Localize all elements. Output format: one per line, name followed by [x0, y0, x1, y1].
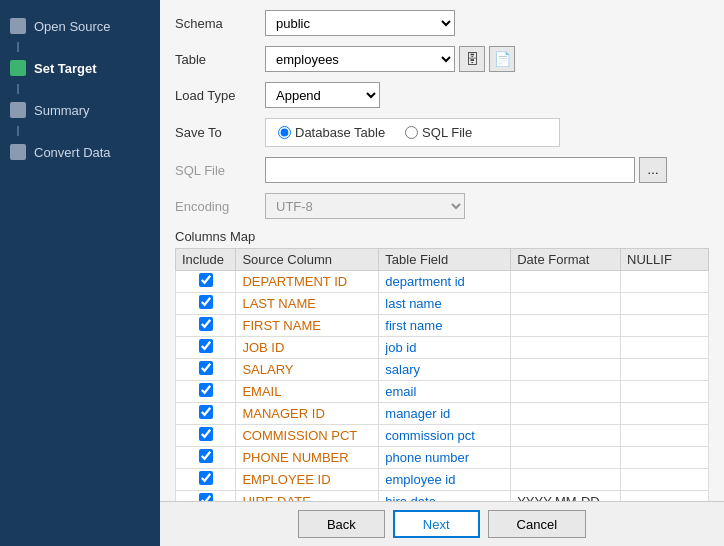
include-checkbox[interactable]	[199, 405, 213, 419]
include-cell	[176, 337, 236, 359]
include-cell	[176, 491, 236, 502]
table-row: DEPARTMENT IDdepartment id	[176, 271, 709, 293]
saveto-sql-option[interactable]: SQL File	[405, 125, 472, 140]
table-field-cell: department id	[379, 271, 511, 293]
schema-select[interactable]: public	[265, 10, 455, 36]
table-control-wrap: employees 🗄 📄	[265, 46, 515, 72]
col-header-date: Date Format	[511, 249, 621, 271]
encoding-label: Encoding	[175, 199, 265, 214]
date-format-cell	[511, 469, 621, 491]
sidebar-item-summary[interactable]: Summary	[0, 94, 160, 126]
saveto-db-option[interactable]: Database Table	[278, 125, 385, 140]
table-field-cell: job id	[379, 337, 511, 359]
include-checkbox[interactable]	[199, 471, 213, 485]
saveto-db-label: Database Table	[295, 125, 385, 140]
source-column-cell: EMAIL	[236, 381, 379, 403]
sidebar-connector-2	[17, 84, 19, 94]
include-checkbox[interactable]	[199, 361, 213, 375]
columns-table: Include Source Column Table Field Date F…	[175, 248, 709, 501]
source-column-cell: COMMISSION PCT	[236, 425, 379, 447]
sqlfile-browse-btn[interactable]: …	[639, 157, 667, 183]
table-row: EMPLOYEE IDemployee id	[176, 469, 709, 491]
table-refresh-btn[interactable]: 🗄	[459, 46, 485, 72]
date-format-cell	[511, 359, 621, 381]
cancel-button[interactable]: Cancel	[488, 510, 586, 538]
date-format-cell	[511, 271, 621, 293]
nullif-cell	[621, 271, 709, 293]
table-new-btn[interactable]: 📄	[489, 46, 515, 72]
saveto-label: Save To	[175, 125, 265, 140]
sidebar-item-open-source[interactable]: Open Source	[0, 10, 160, 42]
date-format-cell	[511, 337, 621, 359]
include-checkbox[interactable]	[199, 339, 213, 353]
include-cell	[176, 271, 236, 293]
table-field-cell: last name	[379, 293, 511, 315]
columns-map-label: Columns Map	[175, 229, 709, 244]
col-header-source: Source Column	[236, 249, 379, 271]
include-checkbox[interactable]	[199, 449, 213, 463]
sidebar-item-label: Summary	[34, 103, 90, 118]
source-column-cell: HIRE DATE	[236, 491, 379, 502]
include-cell	[176, 359, 236, 381]
schema-row: Schema public	[175, 10, 709, 36]
source-column-cell: SALARY	[236, 359, 379, 381]
saveto-db-radio[interactable]	[278, 126, 291, 139]
source-column-cell: LAST NAME	[236, 293, 379, 315]
include-cell	[176, 315, 236, 337]
table-label: Table	[175, 52, 265, 67]
loadtype-control-wrap: Append	[265, 82, 380, 108]
date-format-cell: YYYY-MM-DD	[511, 491, 621, 502]
columns-header-row: Include Source Column Table Field Date F…	[176, 249, 709, 271]
next-button[interactable]: Next	[393, 510, 480, 538]
date-format-cell	[511, 381, 621, 403]
source-column-cell: MANAGER ID	[236, 403, 379, 425]
include-cell	[176, 447, 236, 469]
nullif-cell	[621, 315, 709, 337]
table-field-cell: email	[379, 381, 511, 403]
saveto-sql-label: SQL File	[422, 125, 472, 140]
table-row: SALARYsalary	[176, 359, 709, 381]
sidebar: Open Source Set Target Summary Convert D…	[0, 0, 160, 546]
include-cell	[176, 469, 236, 491]
nullif-cell	[621, 447, 709, 469]
include-cell	[176, 403, 236, 425]
nullif-cell	[621, 359, 709, 381]
include-checkbox[interactable]	[199, 273, 213, 287]
summary-icon	[10, 102, 26, 118]
date-format-cell	[511, 447, 621, 469]
saveto-sql-radio[interactable]	[405, 126, 418, 139]
table-select[interactable]: employees	[265, 46, 455, 72]
sidebar-item-label: Convert Data	[34, 145, 111, 160]
table-row: Table employees 🗄 📄	[175, 46, 709, 72]
sqlfile-input[interactable]	[265, 157, 635, 183]
loadtype-label: Load Type	[175, 88, 265, 103]
sidebar-item-convert-data[interactable]: Convert Data	[0, 136, 160, 168]
table-field-cell: phone number	[379, 447, 511, 469]
back-button[interactable]: Back	[298, 510, 385, 538]
col-header-field: Table Field	[379, 249, 511, 271]
include-cell	[176, 293, 236, 315]
nav-buttons-bar: Back Next Cancel	[160, 501, 724, 546]
date-format-cell	[511, 315, 621, 337]
nullif-cell	[621, 403, 709, 425]
include-checkbox[interactable]	[199, 427, 213, 441]
include-cell	[176, 381, 236, 403]
table-field-cell: salary	[379, 359, 511, 381]
table-row: PHONE NUMBERphone number	[176, 447, 709, 469]
sidebar-item-label: Set Target	[34, 61, 97, 76]
sidebar-item-set-target[interactable]: Set Target	[0, 52, 160, 84]
include-checkbox[interactable]	[199, 493, 213, 501]
source-column-cell: JOB ID	[236, 337, 379, 359]
include-checkbox[interactable]	[199, 317, 213, 331]
include-checkbox[interactable]	[199, 383, 213, 397]
encoding-select[interactable]: UTF-8	[265, 193, 465, 219]
table-row: HIRE DATEhire dateYYYY-MM-DD	[176, 491, 709, 502]
loadtype-row: Load Type Append	[175, 82, 709, 108]
table-field-cell: hire date	[379, 491, 511, 502]
loadtype-select[interactable]: Append	[265, 82, 380, 108]
columns-map-section: Columns Map Include Source Column Table …	[175, 229, 709, 501]
include-checkbox[interactable]	[199, 295, 213, 309]
open-source-icon	[10, 18, 26, 34]
sqlfile-row: SQL File …	[175, 157, 709, 183]
saveto-row: Save To Database Table SQL File	[175, 118, 709, 147]
